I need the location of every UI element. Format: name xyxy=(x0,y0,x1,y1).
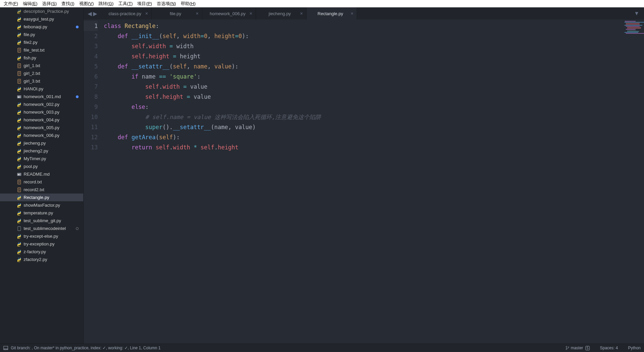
menu-item[interactable]: 文件(F) xyxy=(1,1,21,7)
file-item[interactable]: record2.txt xyxy=(0,186,83,194)
file-item[interactable]: file2.py xyxy=(0,38,83,46)
line-number[interactable]: 2 xyxy=(84,31,98,41)
indentation-status[interactable]: Spaces: 4 xyxy=(600,346,618,350)
menu-item[interactable]: 查找(I) xyxy=(59,1,77,7)
file-item[interactable]: feibonaqi.py xyxy=(0,23,83,31)
code-editor[interactable]: 12345678910111213 class Rectangle: def _… xyxy=(84,20,644,344)
python-file-icon xyxy=(17,9,22,14)
tab[interactable]: homework_006.py× xyxy=(202,7,256,20)
code-line[interactable]: self.height = height xyxy=(104,51,644,61)
file-item[interactable]: record.txt xyxy=(0,178,83,186)
language-status[interactable]: Python xyxy=(628,346,641,350)
tab[interactable]: file.py× xyxy=(152,7,202,20)
line-number[interactable]: 3 xyxy=(84,41,98,51)
menu-item[interactable]: 视图(V) xyxy=(77,1,96,7)
line-number[interactable]: 10 xyxy=(84,112,98,122)
code-line[interactable]: self.width = width xyxy=(104,41,644,51)
file-item[interactable]: pool.py xyxy=(0,163,83,170)
close-icon[interactable]: × xyxy=(250,11,252,16)
line-number[interactable]: 1 xyxy=(84,21,98,31)
file-name: try-except-else.py xyxy=(24,234,58,239)
file-item[interactable]: M↓homework_001.md xyxy=(0,93,83,100)
file-name: test_sublime_git.py xyxy=(24,218,61,223)
code-line[interactable]: self.height = value xyxy=(104,92,644,102)
menu-item[interactable]: 项目(P) xyxy=(135,1,154,7)
sidebar: description_Practice.pyeasygui_test.pyfe… xyxy=(0,7,84,344)
code-line[interactable]: super().__setattr__(name, value) xyxy=(104,122,644,132)
menu-item[interactable]: 编辑(E) xyxy=(21,1,40,7)
line-gutter[interactable]: 12345678910111213 xyxy=(84,20,104,344)
file-item[interactable]: zfactory2.py xyxy=(0,256,83,263)
tab-overflow-button[interactable]: ▼ xyxy=(629,7,644,20)
file-item[interactable]: easygui_test.py xyxy=(0,15,83,23)
panel-icon[interactable] xyxy=(3,346,8,350)
menu-item[interactable]: 选择(S) xyxy=(40,1,59,7)
file-item[interactable]: girl_3.txt xyxy=(0,77,83,85)
close-icon[interactable]: × xyxy=(300,11,303,16)
file-item[interactable]: test_sublimecodeintel xyxy=(0,225,83,232)
file-item[interactable]: try-exception.py xyxy=(0,240,83,248)
svg-text:M↓: M↓ xyxy=(18,95,21,98)
code-line[interactable]: def __setattr__(self, name, value): xyxy=(104,61,644,71)
file-item[interactable]: jiecheng2.py xyxy=(0,147,83,155)
code-line[interactable]: def getArea(self): xyxy=(104,132,644,142)
tab[interactable]: jiecheng.py× xyxy=(256,7,306,20)
line-number[interactable]: 6 xyxy=(84,71,98,82)
line-number[interactable]: 7 xyxy=(84,82,98,92)
close-icon[interactable]: × xyxy=(351,11,353,16)
line-number[interactable]: 11 xyxy=(84,122,98,132)
file-item[interactable]: jiecheng.py xyxy=(0,139,83,147)
nav-back-icon[interactable]: ◀ xyxy=(87,10,92,17)
code-content[interactable]: class Rectangle: def __init__(self, widt… xyxy=(104,20,644,344)
menu-item[interactable]: 工具(T) xyxy=(116,1,135,7)
tab[interactable]: class-practice.py× xyxy=(101,7,152,20)
git-branch-status[interactable]: master 5 xyxy=(565,346,590,350)
close-icon[interactable]: × xyxy=(145,11,148,16)
code-line[interactable]: def __init__(self, width=0, height=0): xyxy=(104,31,644,41)
tab[interactable]: Rectangle.py× xyxy=(306,7,357,20)
line-number[interactable]: 12 xyxy=(84,132,98,142)
minimap[interactable] xyxy=(623,21,643,41)
close-icon[interactable]: × xyxy=(196,11,199,16)
line-number[interactable]: 9 xyxy=(84,102,98,112)
file-item[interactable]: showMaxFactor.py xyxy=(0,201,83,209)
file-item[interactable]: temperature.py xyxy=(0,209,83,217)
file-item[interactable]: homework_004.py xyxy=(0,116,83,124)
file-item[interactable]: fish.py xyxy=(0,54,83,62)
file-item[interactable]: girl_2.txt xyxy=(0,69,83,77)
file-item[interactable]: try-except-else.py xyxy=(0,232,83,240)
line-number[interactable]: 8 xyxy=(84,92,98,102)
code-line[interactable]: # self.name = value 这种写法会陷入死循环,注意避免这个陷阱 xyxy=(104,112,644,122)
file-item[interactable]: test_sublime_git.py xyxy=(0,217,83,225)
menu-item[interactable]: 跳转(G) xyxy=(96,1,116,7)
file-name: HANOI.py xyxy=(24,86,43,91)
line-number[interactable]: 4 xyxy=(84,51,98,61)
file-item[interactable]: homework_006.py xyxy=(0,131,83,139)
code-line[interactable]: return self.width * self.height xyxy=(104,142,644,152)
file-item[interactable]: M↓README.md xyxy=(0,170,83,178)
file-item[interactable]: girl_1.txt xyxy=(0,62,83,69)
file-item[interactable]: file.py xyxy=(0,31,83,38)
file-item[interactable]: file_test.txt xyxy=(0,46,83,54)
menu-item[interactable]: 首选项(N) xyxy=(154,1,178,7)
code-line[interactable]: else: xyxy=(104,102,644,112)
code-line[interactable]: class Rectangle: xyxy=(104,21,644,31)
file-item[interactable]: z-factory.py xyxy=(0,248,83,256)
menu-item[interactable]: 帮助(H) xyxy=(178,1,198,7)
main-area: description_Practice.pyeasygui_test.pyfe… xyxy=(0,7,644,344)
nav-forward-icon[interactable]: ▶ xyxy=(92,10,98,17)
file-item[interactable]: description_Practice.py xyxy=(0,7,83,15)
file-item[interactable]: HANOI.py xyxy=(0,85,83,93)
file-item[interactable]: homework_005.py xyxy=(0,124,83,131)
line-number[interactable]: 5 xyxy=(84,61,98,71)
file-item[interactable]: homework_003.py xyxy=(0,108,83,116)
line-number[interactable]: 13 xyxy=(84,142,98,152)
code-line[interactable]: self.width = value xyxy=(104,82,644,92)
code-line[interactable]: if name == 'square': xyxy=(104,71,644,82)
tab-history-nav[interactable]: ◀ ▶ xyxy=(84,7,101,20)
file-item[interactable]: MyTimer.py xyxy=(0,155,83,163)
blank-file-icon xyxy=(17,226,22,231)
python-file-icon xyxy=(17,218,22,223)
file-item[interactable]: Rectangle.py xyxy=(0,194,83,201)
file-item[interactable]: homework_002.py xyxy=(0,100,83,108)
